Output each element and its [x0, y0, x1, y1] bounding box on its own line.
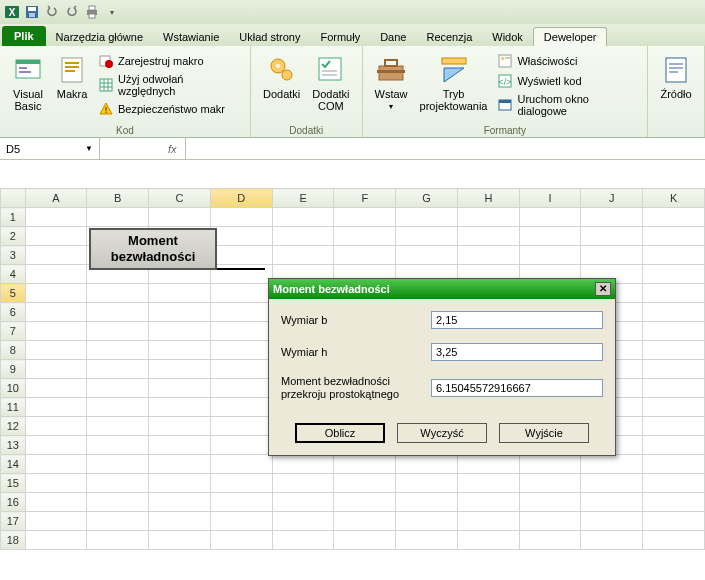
row-head-17[interactable]: 17 [1, 512, 26, 531]
cell-D17[interactable] [210, 512, 272, 531]
cell-A11[interactable] [25, 398, 87, 417]
cell-K17[interactable] [643, 512, 705, 531]
cell-G1[interactable] [396, 208, 458, 227]
tab-formulas[interactable]: Formuły [310, 28, 370, 46]
row-head-11[interactable]: 11 [1, 398, 26, 417]
cell-H1[interactable] [458, 208, 520, 227]
cell-H17[interactable] [458, 512, 520, 531]
cell-I1[interactable] [519, 208, 581, 227]
dialog-titlebar[interactable]: Moment bezwładności ✕ [269, 279, 615, 299]
cell-D5[interactable] [210, 284, 272, 303]
cell-J1[interactable] [581, 208, 643, 227]
col-head-I[interactable]: I [519, 189, 581, 208]
cell-D2[interactable] [210, 227, 272, 246]
cell-D18[interactable] [210, 531, 272, 550]
cell-B10[interactable] [87, 379, 149, 398]
row-head-15[interactable]: 15 [1, 474, 26, 493]
redo-icon[interactable] [64, 4, 80, 20]
cell-G3[interactable] [396, 246, 458, 265]
cell-B14[interactable] [87, 455, 149, 474]
row-head-13[interactable]: 13 [1, 436, 26, 455]
cell-C10[interactable] [149, 379, 211, 398]
cell-C9[interactable] [149, 360, 211, 379]
col-head-D[interactable]: D [210, 189, 272, 208]
col-head-C[interactable]: C [149, 189, 211, 208]
cell-K7[interactable] [643, 322, 705, 341]
button-wyczysc[interactable]: Wyczyść [397, 423, 487, 443]
select-all-corner[interactable] [1, 189, 26, 208]
input-wymiar-b[interactable] [431, 311, 603, 329]
cell-B9[interactable] [87, 360, 149, 379]
cell-B1[interactable] [87, 208, 149, 227]
cell-E15[interactable] [272, 474, 334, 493]
fx-icon[interactable]: fx [160, 138, 186, 159]
cell-K8[interactable] [643, 341, 705, 360]
cell-B17[interactable] [87, 512, 149, 531]
cell-D10[interactable] [210, 379, 272, 398]
cell-I18[interactable] [519, 531, 581, 550]
col-head-A[interactable]: A [25, 189, 87, 208]
cell-F15[interactable] [334, 474, 396, 493]
cell-K4[interactable] [643, 265, 705, 284]
record-macro-button[interactable]: Zarejestruj makro [96, 52, 242, 70]
cell-B12[interactable] [87, 417, 149, 436]
cell-D12[interactable] [210, 417, 272, 436]
cell-G2[interactable] [396, 227, 458, 246]
cell-K3[interactable] [643, 246, 705, 265]
cell-E16[interactable] [272, 493, 334, 512]
cell-C1[interactable] [149, 208, 211, 227]
tab-developer[interactable]: Deweloper [533, 27, 608, 46]
cell-A17[interactable] [25, 512, 87, 531]
col-head-K[interactable]: K [643, 189, 705, 208]
cell-G14[interactable] [396, 455, 458, 474]
tab-view[interactable]: Widok [482, 28, 533, 46]
cell-K9[interactable] [643, 360, 705, 379]
wstaw-button[interactable]: Wstaw ▾ [371, 52, 412, 113]
cell-C14[interactable] [149, 455, 211, 474]
relative-refs-button[interactable]: Użyj odwołań względnych [96, 72, 242, 98]
button-wyjscie[interactable]: Wyjście [499, 423, 589, 443]
cell-K14[interactable] [643, 455, 705, 474]
cell-D6[interactable] [210, 303, 272, 322]
zrodlo-button[interactable]: Źródło [656, 52, 696, 102]
sheet-button-moment[interactable]: Momentbezwładności [89, 228, 217, 270]
cell-I14[interactable] [519, 455, 581, 474]
cell-B5[interactable] [87, 284, 149, 303]
cell-C6[interactable] [149, 303, 211, 322]
cell-C8[interactable] [149, 341, 211, 360]
qat-dropdown-icon[interactable]: ▾ [104, 4, 120, 20]
col-head-H[interactable]: H [458, 189, 520, 208]
dodatki-com-button[interactable]: Dodatki COM [308, 52, 353, 114]
run-dialog-button[interactable]: Uruchom okno dialogowe [495, 92, 639, 118]
cell-A15[interactable] [25, 474, 87, 493]
row-head-4[interactable]: 4 [1, 265, 26, 284]
cell-I16[interactable] [519, 493, 581, 512]
dodatki-button[interactable]: Dodatki [259, 52, 304, 102]
cell-K1[interactable] [643, 208, 705, 227]
cell-J18[interactable] [581, 531, 643, 550]
cell-J17[interactable] [581, 512, 643, 531]
tab-layout[interactable]: Układ strony [229, 28, 310, 46]
cell-K16[interactable] [643, 493, 705, 512]
cell-K18[interactable] [643, 531, 705, 550]
properties-button[interactable]: Właściwości [495, 52, 639, 70]
cell-E1[interactable] [272, 208, 334, 227]
tab-review[interactable]: Recenzja [416, 28, 482, 46]
row-head-3[interactable]: 3 [1, 246, 26, 265]
cell-D7[interactable] [210, 322, 272, 341]
row-head-2[interactable]: 2 [1, 227, 26, 246]
cell-F2[interactable] [334, 227, 396, 246]
cell-G17[interactable] [396, 512, 458, 531]
undo-icon[interactable] [44, 4, 60, 20]
cell-C18[interactable] [149, 531, 211, 550]
cell-J16[interactable] [581, 493, 643, 512]
cell-E18[interactable] [272, 531, 334, 550]
cell-D1[interactable] [210, 208, 272, 227]
cell-B18[interactable] [87, 531, 149, 550]
cell-D15[interactable] [210, 474, 272, 493]
tab-data[interactable]: Dane [370, 28, 416, 46]
cell-D3[interactable] [210, 246, 272, 265]
row-head-16[interactable]: 16 [1, 493, 26, 512]
row-head-5[interactable]: 5 [1, 284, 26, 303]
cell-B16[interactable] [87, 493, 149, 512]
